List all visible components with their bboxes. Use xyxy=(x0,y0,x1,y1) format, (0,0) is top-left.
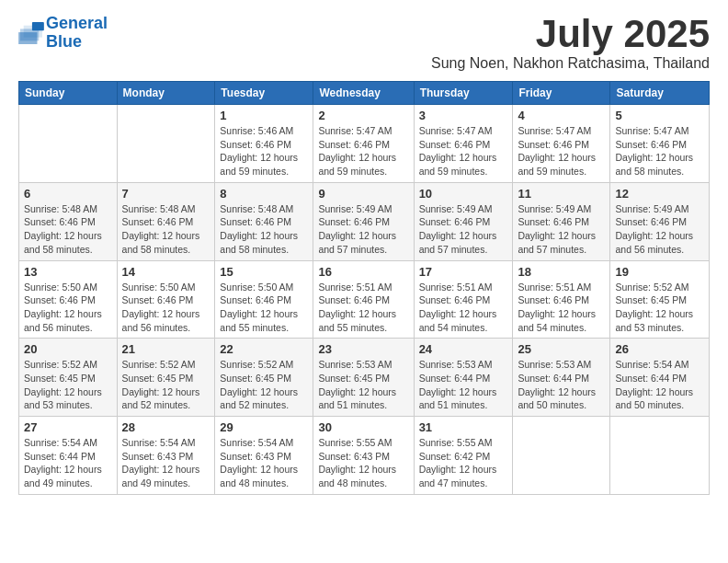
logo-icon xyxy=(18,22,44,44)
day-number: 25 xyxy=(518,342,605,356)
logo: General Blue xyxy=(18,15,108,52)
day-number: 19 xyxy=(615,265,704,279)
day-number: 26 xyxy=(615,342,704,356)
day-info: Sunrise: 5:54 AM Sunset: 6:44 PM Dayligh… xyxy=(615,358,704,412)
day-number: 29 xyxy=(220,420,308,434)
day-info: Sunrise: 5:51 AM Sunset: 6:46 PM Dayligh… xyxy=(419,281,508,335)
day-number: 23 xyxy=(318,342,408,356)
calendar-cell: 29Sunrise: 5:54 AM Sunset: 6:43 PM Dayli… xyxy=(215,417,313,495)
calendar-table: SundayMondayTuesdayWednesdayThursdayFrid… xyxy=(18,81,710,495)
logo-blue: Blue xyxy=(46,32,82,51)
day-info: Sunrise: 5:50 AM Sunset: 6:46 PM Dayligh… xyxy=(122,281,210,335)
calendar-cell: 18Sunrise: 5:51 AM Sunset: 6:46 PM Dayli… xyxy=(513,260,610,339)
day-info: Sunrise: 5:49 AM Sunset: 6:46 PM Dayligh… xyxy=(615,202,704,257)
calendar-cell: 25Sunrise: 5:53 AM Sunset: 6:44 PM Dayli… xyxy=(513,339,610,417)
calendar-cell: 5Sunrise: 5:47 AM Sunset: 6:46 PM Daylig… xyxy=(610,105,710,183)
day-info: Sunrise: 5:51 AM Sunset: 6:46 PM Dayligh… xyxy=(518,281,605,335)
calendar-cell: 2Sunrise: 5:47 AM Sunset: 6:46 PM Daylig… xyxy=(313,105,414,183)
calendar-cell: 10Sunrise: 5:49 AM Sunset: 6:46 PM Dayli… xyxy=(414,182,513,260)
day-info: Sunrise: 5:47 AM Sunset: 6:46 PM Dayligh… xyxy=(318,124,408,178)
day-number: 13 xyxy=(24,265,112,279)
calendar-cell: 17Sunrise: 5:51 AM Sunset: 6:46 PM Dayli… xyxy=(414,260,513,339)
day-number: 17 xyxy=(419,265,508,279)
calendar-cell: 13Sunrise: 5:50 AM Sunset: 6:46 PM Dayli… xyxy=(19,260,118,339)
day-info: Sunrise: 5:55 AM Sunset: 6:43 PM Dayligh… xyxy=(318,436,408,490)
calendar-cell xyxy=(117,105,215,183)
calendar-cell: 26Sunrise: 5:54 AM Sunset: 6:44 PM Dayli… xyxy=(610,339,710,417)
day-number: 22 xyxy=(220,342,308,356)
day-info: Sunrise: 5:50 AM Sunset: 6:46 PM Dayligh… xyxy=(220,281,308,335)
month-title: July 2025 xyxy=(431,15,710,53)
day-info: Sunrise: 5:54 AM Sunset: 6:43 PM Dayligh… xyxy=(122,436,210,490)
col-header-friday: Friday xyxy=(513,82,610,105)
logo-general: General xyxy=(46,14,108,32)
day-info: Sunrise: 5:49 AM Sunset: 6:46 PM Dayligh… xyxy=(419,202,508,257)
calendar-cell: 28Sunrise: 5:54 AM Sunset: 6:43 PM Dayli… xyxy=(117,417,215,495)
calendar-cell: 3Sunrise: 5:47 AM Sunset: 6:46 PM Daylig… xyxy=(414,105,513,183)
day-number: 6 xyxy=(24,187,112,201)
day-number: 20 xyxy=(24,342,112,356)
day-info: Sunrise: 5:46 AM Sunset: 6:46 PM Dayligh… xyxy=(220,124,308,178)
col-header-sunday: Sunday xyxy=(19,82,118,105)
day-info: Sunrise: 5:53 AM Sunset: 6:45 PM Dayligh… xyxy=(318,358,408,412)
calendar-cell: 21Sunrise: 5:52 AM Sunset: 6:45 PM Dayli… xyxy=(117,339,215,417)
day-info: Sunrise: 5:48 AM Sunset: 6:46 PM Dayligh… xyxy=(122,202,210,257)
day-info: Sunrise: 5:53 AM Sunset: 6:44 PM Dayligh… xyxy=(419,358,508,412)
calendar-cell: 23Sunrise: 5:53 AM Sunset: 6:45 PM Dayli… xyxy=(313,339,414,417)
calendar-week-4: 20Sunrise: 5:52 AM Sunset: 6:45 PM Dayli… xyxy=(19,339,710,417)
day-info: Sunrise: 5:53 AM Sunset: 6:44 PM Dayligh… xyxy=(518,358,605,412)
day-number: 24 xyxy=(419,342,508,356)
day-info: Sunrise: 5:54 AM Sunset: 6:44 PM Dayligh… xyxy=(24,436,112,490)
calendar-cell: 7Sunrise: 5:48 AM Sunset: 6:46 PM Daylig… xyxy=(117,182,215,260)
calendar-week-5: 27Sunrise: 5:54 AM Sunset: 6:44 PM Dayli… xyxy=(19,417,710,495)
day-info: Sunrise: 5:47 AM Sunset: 6:46 PM Dayligh… xyxy=(419,124,508,178)
day-info: Sunrise: 5:49 AM Sunset: 6:46 PM Dayligh… xyxy=(318,202,408,257)
day-number: 16 xyxy=(318,265,408,279)
day-info: Sunrise: 5:55 AM Sunset: 6:42 PM Dayligh… xyxy=(419,436,508,490)
day-number: 3 xyxy=(419,109,508,122)
day-number: 8 xyxy=(220,187,308,201)
calendar-cell: 19Sunrise: 5:52 AM Sunset: 6:45 PM Dayli… xyxy=(610,260,710,339)
header: General Blue July 2025 Sung Noen, Nakhon… xyxy=(18,15,710,72)
calendar-week-3: 13Sunrise: 5:50 AM Sunset: 6:46 PM Dayli… xyxy=(19,260,710,339)
calendar-cell xyxy=(513,417,610,495)
calendar-cell: 6Sunrise: 5:48 AM Sunset: 6:46 PM Daylig… xyxy=(19,182,118,260)
day-info: Sunrise: 5:52 AM Sunset: 6:45 PM Dayligh… xyxy=(220,358,308,412)
day-number: 10 xyxy=(419,187,508,201)
calendar-cell: 24Sunrise: 5:53 AM Sunset: 6:44 PM Dayli… xyxy=(414,339,513,417)
day-info: Sunrise: 5:49 AM Sunset: 6:46 PM Dayligh… xyxy=(518,202,605,257)
logo-text: General Blue xyxy=(46,15,108,52)
calendar-cell: 12Sunrise: 5:49 AM Sunset: 6:46 PM Dayli… xyxy=(610,182,710,260)
calendar-cell: 22Sunrise: 5:52 AM Sunset: 6:45 PM Dayli… xyxy=(215,339,313,417)
day-info: Sunrise: 5:47 AM Sunset: 6:46 PM Dayligh… xyxy=(518,124,605,178)
day-number: 15 xyxy=(220,265,308,279)
day-info: Sunrise: 5:52 AM Sunset: 6:45 PM Dayligh… xyxy=(24,358,112,412)
day-number: 27 xyxy=(24,420,112,434)
calendar-cell: 14Sunrise: 5:50 AM Sunset: 6:46 PM Dayli… xyxy=(117,260,215,339)
day-number: 1 xyxy=(220,109,308,122)
day-info: Sunrise: 5:54 AM Sunset: 6:43 PM Dayligh… xyxy=(220,436,308,490)
calendar-cell: 11Sunrise: 5:49 AM Sunset: 6:46 PM Dayli… xyxy=(513,182,610,260)
calendar-cell: 8Sunrise: 5:48 AM Sunset: 6:46 PM Daylig… xyxy=(215,182,313,260)
day-number: 28 xyxy=(122,420,210,434)
day-info: Sunrise: 5:51 AM Sunset: 6:46 PM Dayligh… xyxy=(318,281,408,335)
location-title: Sung Noen, Nakhon Ratchasima, Thailand xyxy=(431,55,710,72)
calendar-cell: 30Sunrise: 5:55 AM Sunset: 6:43 PM Dayli… xyxy=(313,417,414,495)
calendar-cell: 1Sunrise: 5:46 AM Sunset: 6:46 PM Daylig… xyxy=(215,105,313,183)
col-header-monday: Monday xyxy=(117,82,215,105)
day-info: Sunrise: 5:50 AM Sunset: 6:46 PM Dayligh… xyxy=(24,281,112,335)
day-info: Sunrise: 5:52 AM Sunset: 6:45 PM Dayligh… xyxy=(615,281,704,335)
svg-marker-2 xyxy=(18,32,37,44)
col-header-thursday: Thursday xyxy=(414,82,513,105)
calendar-header-row: SundayMondayTuesdayWednesdayThursdayFrid… xyxy=(19,82,710,105)
calendar-cell: 31Sunrise: 5:55 AM Sunset: 6:42 PM Dayli… xyxy=(414,417,513,495)
calendar-cell: 4Sunrise: 5:47 AM Sunset: 6:46 PM Daylig… xyxy=(513,105,610,183)
day-number: 14 xyxy=(122,265,210,279)
calendar-cell: 27Sunrise: 5:54 AM Sunset: 6:44 PM Dayli… xyxy=(19,417,118,495)
day-number: 18 xyxy=(518,265,605,279)
calendar-cell: 20Sunrise: 5:52 AM Sunset: 6:45 PM Dayli… xyxy=(19,339,118,417)
day-number: 12 xyxy=(615,187,704,201)
day-number: 2 xyxy=(318,109,408,122)
col-header-wednesday: Wednesday xyxy=(313,82,414,105)
day-number: 7 xyxy=(122,187,210,201)
